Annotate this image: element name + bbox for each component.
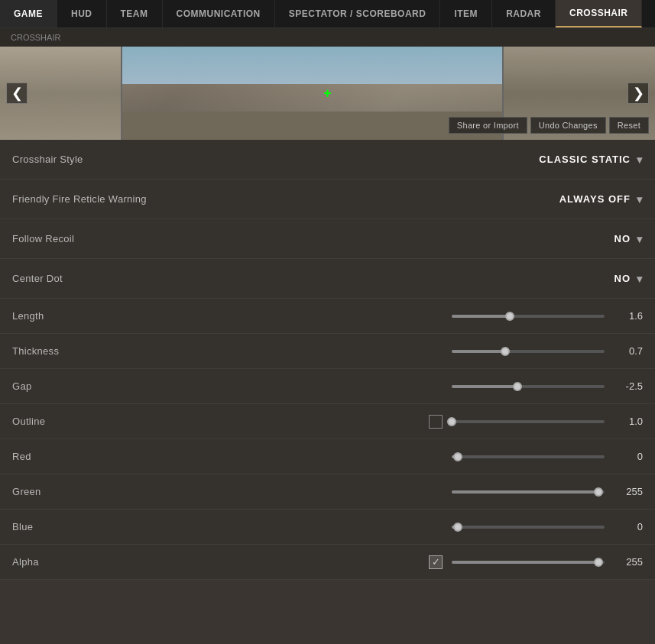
nav-item-game[interactable]: GAME bbox=[0, 0, 57, 28]
center-dot-value: NO bbox=[614, 273, 631, 284]
blue-value: 0 bbox=[614, 521, 643, 532]
length-row: Length 1.6 bbox=[0, 299, 655, 334]
outline-row: Outline 1.0 bbox=[0, 404, 655, 439]
gap-slider-area: -2.5 bbox=[328, 380, 644, 392]
blue-label: Blue bbox=[12, 521, 328, 532]
follow-recoil-value: NO bbox=[614, 233, 631, 244]
follow-recoil-row: Follow Recoil NO ▾ bbox=[0, 219, 655, 259]
friendly-fire-label: Friendly Fire Reticle Warning bbox=[12, 193, 559, 205]
nav-item-crosshair[interactable]: CROSSHAIR bbox=[556, 0, 643, 28]
nav-item-hud[interactable]: HUD bbox=[57, 0, 107, 28]
green-label: Green bbox=[12, 486, 328, 497]
thickness-slider[interactable] bbox=[452, 350, 605, 353]
thickness-label: Thickness bbox=[12, 345, 328, 357]
nav-item-communication[interactable]: COMMUNICATION bbox=[163, 0, 275, 28]
crosshair-preview: + ❮ ❯ Share or Import Undo Changes Reset bbox=[0, 47, 655, 140]
preview-prev-button[interactable]: ❮ bbox=[6, 83, 28, 104]
nav-item-spectator[interactable]: SPECTATOR / SCOREBOARD bbox=[275, 0, 441, 28]
friendly-fire-dropdown[interactable]: ALWAYS OFF ▾ bbox=[559, 193, 643, 205]
crosshair-style-label: Crosshair Style bbox=[12, 154, 539, 165]
nav-item-item[interactable]: ITEM bbox=[440, 0, 492, 28]
breadcrumb: CROSSHAIR bbox=[0, 28, 655, 47]
follow-recoil-dropdown[interactable]: NO ▾ bbox=[614, 233, 644, 245]
length-slider-area: 1.6 bbox=[328, 310, 644, 322]
sky-bg bbox=[92, 47, 540, 84]
outline-value: 1.0 bbox=[614, 416, 643, 427]
red-row: Red 0 bbox=[0, 439, 655, 474]
crosshair-style-value: CLASSIC STATIC bbox=[539, 154, 631, 165]
alpha-label: Alpha bbox=[12, 556, 328, 568]
gap-slider[interactable] bbox=[452, 385, 605, 388]
blue-slider-thumb[interactable] bbox=[453, 523, 462, 532]
red-label: Red bbox=[12, 451, 328, 462]
center-dot-label: Center Dot bbox=[12, 273, 614, 284]
preview-next-button[interactable]: ❯ bbox=[627, 83, 649, 104]
length-value: 1.6 bbox=[614, 310, 643, 322]
outline-checkbox[interactable] bbox=[429, 415, 443, 429]
alpha-row: Alpha 255 bbox=[0, 545, 655, 580]
blue-row: Blue 0 bbox=[0, 510, 655, 545]
green-slider[interactable] bbox=[452, 490, 605, 494]
center-dot-dropdown[interactable]: NO ▾ bbox=[614, 273, 644, 285]
nav-item-team[interactable]: TEAM bbox=[107, 0, 163, 28]
thickness-slider-area: 0.7 bbox=[328, 345, 644, 357]
preview-actions: Share or Import Undo Changes Reset bbox=[449, 117, 649, 134]
gap-slider-thumb[interactable] bbox=[513, 382, 522, 391]
thickness-value: 0.7 bbox=[614, 345, 643, 357]
follow-recoil-label: Follow Recoil bbox=[12, 233, 614, 244]
alpha-slider-thumb[interactable] bbox=[594, 558, 603, 567]
outline-slider[interactable] bbox=[452, 420, 605, 423]
crosshair-symbol: + bbox=[323, 86, 332, 100]
gap-label: Gap bbox=[12, 380, 328, 392]
blue-slider-area: 0 bbox=[328, 521, 644, 532]
red-slider-area: 0 bbox=[328, 451, 644, 462]
red-slider[interactable] bbox=[452, 455, 605, 458]
green-slider-fill bbox=[452, 490, 598, 494]
gap-row: Gap -2.5 bbox=[0, 369, 655, 404]
reset-button[interactable]: Reset bbox=[609, 117, 649, 134]
settings-area: Crosshair Style CLASSIC STATIC ▾ Friendl… bbox=[0, 140, 655, 580]
friendly-fire-row: Friendly Fire Reticle Warning ALWAYS OFF… bbox=[0, 180, 655, 219]
length-slider-fill bbox=[452, 315, 510, 318]
center-dot-chevron: ▾ bbox=[637, 273, 643, 285]
crosshair-style-row: Crosshair Style CLASSIC STATIC ▾ bbox=[0, 140, 655, 180]
friendly-fire-chevron: ▾ bbox=[637, 193, 643, 205]
alpha-value: 255 bbox=[614, 556, 643, 568]
length-slider[interactable] bbox=[452, 315, 605, 318]
thickness-slider-fill bbox=[452, 350, 505, 353]
nav-bar: GAME HUD TEAM COMMUNICATION SPECTATOR / … bbox=[0, 0, 655, 28]
green-value: 255 bbox=[614, 486, 643, 497]
follow-recoil-chevron: ▾ bbox=[637, 233, 643, 245]
outline-label: Outline bbox=[12, 416, 328, 427]
share-import-button[interactable]: Share or Import bbox=[449, 117, 527, 134]
nav-item-radar[interactable]: RADAR bbox=[492, 0, 556, 28]
red-slider-thumb[interactable] bbox=[453, 452, 462, 461]
alpha-checkbox[interactable] bbox=[429, 555, 443, 569]
undo-changes-button[interactable]: Undo Changes bbox=[530, 117, 606, 134]
alpha-slider-fill bbox=[452, 561, 598, 564]
outline-slider-thumb[interactable] bbox=[447, 417, 456, 426]
outline-slider-area: 1.0 bbox=[328, 415, 644, 429]
alpha-slider-area: 255 bbox=[328, 555, 644, 569]
green-row: Green 255 bbox=[0, 474, 655, 510]
red-value: 0 bbox=[614, 451, 643, 462]
crosshair-style-dropdown[interactable]: CLASSIC STATIC ▾ bbox=[539, 154, 643, 166]
green-slider-thumb[interactable] bbox=[594, 487, 603, 497]
green-slider-area: 255 bbox=[328, 486, 644, 497]
thickness-row: Thickness 0.7 bbox=[0, 334, 655, 369]
friendly-fire-value: ALWAYS OFF bbox=[559, 193, 631, 205]
gap-value: -2.5 bbox=[614, 380, 643, 392]
center-dot-row: Center Dot NO ▾ bbox=[0, 259, 655, 299]
gap-slider-fill bbox=[452, 385, 517, 388]
length-label: Length bbox=[12, 310, 328, 322]
thickness-slider-thumb[interactable] bbox=[501, 347, 510, 356]
blue-slider[interactable] bbox=[452, 526, 605, 529]
crosshair-style-chevron: ▾ bbox=[637, 154, 643, 166]
length-slider-thumb[interactable] bbox=[505, 312, 514, 321]
alpha-slider[interactable] bbox=[452, 561, 605, 564]
